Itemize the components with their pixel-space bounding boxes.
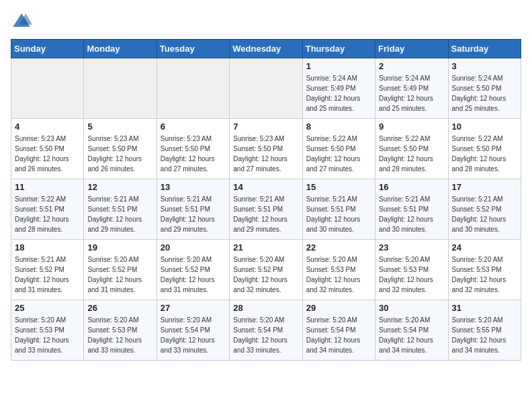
day-info: Sunrise: 5:23 AM Sunset: 5:50 PM Dayligh… — [15, 134, 80, 174]
calendar-cell: 21Sunrise: 5:20 AM Sunset: 5:52 PM Dayli… — [230, 240, 302, 300]
calendar-table: SundayMondayTuesdayWednesdayThursdayFrid… — [11, 39, 521, 361]
day-number: 3 — [452, 61, 517, 71]
weekday-header-thursday: Thursday — [302, 40, 375, 58]
day-number: 10 — [452, 122, 517, 132]
day-number: 17 — [452, 182, 517, 192]
day-number: 15 — [306, 182, 371, 192]
day-number: 23 — [379, 242, 444, 253]
calendar-cell: 4Sunrise: 5:23 AM Sunset: 5:50 PM Daylig… — [11, 119, 84, 179]
day-number: 22 — [306, 242, 371, 253]
day-number: 13 — [161, 182, 226, 192]
calendar-week-5: 25Sunrise: 5:20 AM Sunset: 5:53 PM Dayli… — [11, 300, 521, 361]
day-info: Sunrise: 5:20 AM Sunset: 5:52 PM Dayligh… — [161, 255, 226, 295]
calendar-cell: 12Sunrise: 5:21 AM Sunset: 5:51 PM Dayli… — [84, 179, 157, 240]
calendar-cell: 14Sunrise: 5:21 AM Sunset: 5:51 PM Dayli… — [230, 179, 302, 240]
calendar-cell: 26Sunrise: 5:20 AM Sunset: 5:53 PM Dayli… — [84, 300, 157, 361]
calendar-cell: 15Sunrise: 5:21 AM Sunset: 5:51 PM Dayli… — [302, 179, 375, 240]
day-info: Sunrise: 5:20 AM Sunset: 5:52 PM Dayligh… — [87, 255, 152, 295]
weekday-header-wednesday: Wednesday — [230, 40, 302, 58]
day-number: 29 — [306, 303, 371, 313]
day-info: Sunrise: 5:24 AM Sunset: 5:49 PM Dayligh… — [379, 73, 444, 113]
day-info: Sunrise: 5:20 AM Sunset: 5:53 PM Dayligh… — [87, 315, 152, 355]
weekday-header-saturday: Saturday — [448, 40, 521, 58]
calendar-cell: 6Sunrise: 5:23 AM Sunset: 5:50 PM Daylig… — [157, 119, 229, 179]
day-info: Sunrise: 5:22 AM Sunset: 5:51 PM Dayligh… — [15, 194, 80, 234]
day-number: 16 — [379, 182, 444, 192]
day-number: 5 — [87, 122, 152, 132]
day-number: 14 — [233, 182, 298, 192]
day-info: Sunrise: 5:20 AM Sunset: 5:55 PM Dayligh… — [452, 315, 517, 355]
calendar-cell: 22Sunrise: 5:20 AM Sunset: 5:53 PM Dayli… — [302, 240, 375, 300]
day-number: 20 — [161, 242, 226, 253]
day-number: 9 — [379, 122, 444, 132]
day-info: Sunrise: 5:23 AM Sunset: 5:50 PM Dayligh… — [87, 134, 152, 174]
calendar-cell — [230, 58, 302, 119]
calendar-cell: 27Sunrise: 5:20 AM Sunset: 5:54 PM Dayli… — [157, 300, 229, 361]
calendar-cell: 24Sunrise: 5:20 AM Sunset: 5:53 PM Dayli… — [448, 240, 521, 300]
weekday-header-tuesday: Tuesday — [157, 40, 229, 58]
weekday-header-monday: Monday — [84, 40, 157, 58]
day-info: Sunrise: 5:20 AM Sunset: 5:54 PM Dayligh… — [379, 315, 444, 355]
day-number: 11 — [15, 182, 80, 192]
day-info: Sunrise: 5:23 AM Sunset: 5:50 PM Dayligh… — [233, 134, 298, 174]
day-info: Sunrise: 5:21 AM Sunset: 5:51 PM Dayligh… — [379, 194, 444, 234]
calendar-cell: 5Sunrise: 5:23 AM Sunset: 5:50 PM Daylig… — [84, 119, 157, 179]
calendar-body: 1Sunrise: 5:24 AM Sunset: 5:49 PM Daylig… — [11, 58, 521, 361]
day-info: Sunrise: 5:20 AM Sunset: 5:53 PM Dayligh… — [379, 255, 444, 295]
logo — [11, 11, 35, 32]
calendar-cell: 25Sunrise: 5:20 AM Sunset: 5:53 PM Dayli… — [11, 300, 84, 361]
calendar-cell: 17Sunrise: 5:21 AM Sunset: 5:52 PM Dayli… — [448, 179, 521, 240]
weekday-row: SundayMondayTuesdayWednesdayThursdayFrid… — [11, 40, 521, 58]
calendar-cell: 29Sunrise: 5:20 AM Sunset: 5:54 PM Dayli… — [302, 300, 375, 361]
page-header — [11, 11, 521, 32]
calendar-cell: 8Sunrise: 5:22 AM Sunset: 5:50 PM Daylig… — [302, 119, 375, 179]
day-info: Sunrise: 5:21 AM Sunset: 5:52 PM Dayligh… — [15, 255, 80, 295]
calendar-cell: 10Sunrise: 5:22 AM Sunset: 5:50 PM Dayli… — [448, 119, 521, 179]
day-info: Sunrise: 5:22 AM Sunset: 5:50 PM Dayligh… — [379, 134, 444, 174]
day-info: Sunrise: 5:24 AM Sunset: 5:49 PM Dayligh… — [306, 73, 371, 113]
logo-icon — [11, 11, 32, 32]
day-info: Sunrise: 5:21 AM Sunset: 5:51 PM Dayligh… — [161, 194, 226, 234]
day-number: 31 — [452, 303, 517, 313]
calendar-cell: 18Sunrise: 5:21 AM Sunset: 5:52 PM Dayli… — [11, 240, 84, 300]
calendar-week-4: 18Sunrise: 5:21 AM Sunset: 5:52 PM Dayli… — [11, 240, 521, 300]
day-number: 1 — [306, 61, 371, 71]
calendar-cell: 28Sunrise: 5:20 AM Sunset: 5:54 PM Dayli… — [230, 300, 302, 361]
day-info: Sunrise: 5:22 AM Sunset: 5:50 PM Dayligh… — [306, 134, 371, 174]
day-number: 8 — [306, 122, 371, 132]
day-info: Sunrise: 5:21 AM Sunset: 5:51 PM Dayligh… — [87, 194, 152, 234]
day-info: Sunrise: 5:24 AM Sunset: 5:50 PM Dayligh… — [452, 73, 517, 113]
calendar-cell: 2Sunrise: 5:24 AM Sunset: 5:49 PM Daylig… — [375, 58, 448, 119]
day-info: Sunrise: 5:20 AM Sunset: 5:52 PM Dayligh… — [233, 255, 298, 295]
calendar-cell — [11, 58, 84, 119]
calendar-cell: 31Sunrise: 5:20 AM Sunset: 5:55 PM Dayli… — [448, 300, 521, 361]
day-number: 28 — [233, 303, 298, 313]
calendar-week-2: 4Sunrise: 5:23 AM Sunset: 5:50 PM Daylig… — [11, 119, 521, 179]
day-number: 21 — [233, 242, 298, 253]
weekday-header-sunday: Sunday — [11, 40, 84, 58]
day-info: Sunrise: 5:20 AM Sunset: 5:54 PM Dayligh… — [161, 315, 226, 355]
day-number: 4 — [15, 122, 80, 132]
calendar-cell: 9Sunrise: 5:22 AM Sunset: 5:50 PM Daylig… — [375, 119, 448, 179]
day-number: 27 — [161, 303, 226, 313]
day-info: Sunrise: 5:21 AM Sunset: 5:51 PM Dayligh… — [233, 194, 298, 234]
calendar-cell — [157, 58, 229, 119]
calendar-cell: 16Sunrise: 5:21 AM Sunset: 5:51 PM Dayli… — [375, 179, 448, 240]
calendar-cell — [84, 58, 157, 119]
day-number: 19 — [87, 242, 152, 253]
calendar-header: SundayMondayTuesdayWednesdayThursdayFrid… — [11, 40, 521, 58]
day-number: 25 — [15, 303, 80, 313]
day-info: Sunrise: 5:20 AM Sunset: 5:54 PM Dayligh… — [233, 315, 298, 355]
day-info: Sunrise: 5:21 AM Sunset: 5:51 PM Dayligh… — [306, 194, 371, 234]
day-info: Sunrise: 5:20 AM Sunset: 5:53 PM Dayligh… — [452, 255, 517, 295]
calendar-cell: 13Sunrise: 5:21 AM Sunset: 5:51 PM Dayli… — [157, 179, 229, 240]
day-info: Sunrise: 5:20 AM Sunset: 5:53 PM Dayligh… — [15, 315, 80, 355]
calendar-cell: 23Sunrise: 5:20 AM Sunset: 5:53 PM Dayli… — [375, 240, 448, 300]
day-number: 7 — [233, 122, 298, 132]
calendar-cell: 3Sunrise: 5:24 AM Sunset: 5:50 PM Daylig… — [448, 58, 521, 119]
day-number: 30 — [379, 303, 444, 313]
day-number: 26 — [87, 303, 152, 313]
calendar-cell: 19Sunrise: 5:20 AM Sunset: 5:52 PM Dayli… — [84, 240, 157, 300]
day-number: 2 — [379, 61, 444, 71]
day-info: Sunrise: 5:22 AM Sunset: 5:50 PM Dayligh… — [452, 134, 517, 174]
